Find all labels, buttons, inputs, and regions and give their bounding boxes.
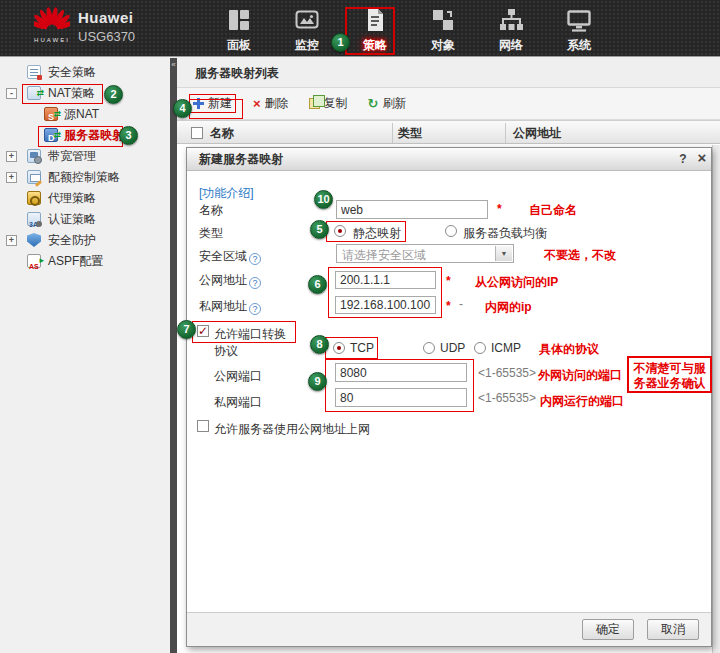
public-ip-label: 公网地址? bbox=[199, 272, 261, 289]
zone-select-placeholder: 请选择安全区域 bbox=[342, 247, 426, 264]
sidebar-item-label: 安全策略 bbox=[48, 62, 96, 83]
private-ip-label: 私网地址? bbox=[199, 298, 261, 315]
required-mark: * bbox=[497, 202, 502, 216]
column-divider[interactable] bbox=[392, 123, 393, 143]
sidebar-item-quota-control[interactable]: + 配额控制策略 bbox=[0, 167, 170, 188]
public-internet-checkbox[interactable] bbox=[197, 420, 209, 432]
type-label: 类型 bbox=[199, 225, 223, 242]
sidebar-splitter[interactable]: « bbox=[170, 58, 177, 653]
nav-label: 网络 bbox=[499, 37, 523, 54]
nav-item-network[interactable]: 网络 bbox=[477, 4, 545, 54]
nav-item-monitor[interactable]: 监控 bbox=[273, 4, 341, 54]
main-nav: 面板 监控 策略 对象 网络 系统 bbox=[205, 4, 613, 54]
sidebar-tree: 安全策略 - NAT策略 源NAT 服务器映射 + 带宽管理 + 配额控制策略 … bbox=[0, 58, 170, 653]
annotation-box-nat-policy bbox=[22, 84, 103, 104]
step-badge-9: 9 bbox=[308, 372, 327, 391]
nav-item-object[interactable]: 对象 bbox=[409, 4, 477, 54]
huawei-logo-icon: HUAWEI bbox=[34, 5, 70, 53]
zone-select[interactable]: 请选择安全区域 ▼ bbox=[336, 244, 514, 263]
column-divider[interactable] bbox=[505, 123, 506, 143]
select-all-checkbox[interactable] bbox=[191, 127, 203, 139]
collapse-expander-icon[interactable]: - bbox=[6, 88, 17, 99]
required-mark: * bbox=[446, 299, 451, 313]
copy-button[interactable]: 复制 bbox=[306, 94, 351, 113]
dialog-title: 新建服务器映射 bbox=[199, 152, 283, 166]
icmp-radio[interactable] bbox=[474, 342, 486, 354]
sidebar-item-security-protection[interactable]: + 安全防护 bbox=[0, 230, 170, 251]
column-header-public-address: 公网地址 bbox=[513, 125, 561, 142]
column-header-type: 类型 bbox=[398, 125, 422, 142]
slb-radio[interactable] bbox=[445, 225, 457, 237]
delete-button-label: 删除 bbox=[265, 95, 289, 112]
sidebar-item-proxy-policy[interactable]: 代理策略 bbox=[0, 188, 170, 209]
nav-label: 系统 bbox=[567, 37, 591, 54]
dialog-body: [功能介绍] 名称 * 自己命名 10 类型 静态映射 服务器负载均衡 5 安全… bbox=[187, 171, 711, 613]
nav-label: 面板 bbox=[227, 37, 251, 54]
sidebar-item-source-nat[interactable]: 源NAT bbox=[0, 104, 170, 125]
step-badge-8: 8 bbox=[310, 335, 329, 354]
network-icon bbox=[498, 7, 524, 36]
public-port-label: 公网端口 bbox=[214, 368, 262, 385]
ok-button[interactable]: 确定 bbox=[582, 619, 634, 640]
step-badge-7: 7 bbox=[177, 320, 196, 339]
icmp-label: ICMP bbox=[491, 341, 521, 355]
sidebar-item-label: 源NAT bbox=[64, 104, 99, 125]
new-server-mapping-dialog: 新建服务器映射 ? × [功能介绍] 名称 * 自己命名 10 类型 静态映射 … bbox=[186, 147, 712, 647]
public-port-range-hint: <1-65535> bbox=[478, 366, 536, 380]
name-input[interactable] bbox=[336, 200, 488, 219]
dialog-footer: 确定 取消 bbox=[187, 612, 711, 646]
sidebar-item-label: 带宽管理 bbox=[48, 146, 96, 167]
dialog-help-icon[interactable]: ? bbox=[675, 148, 691, 170]
refresh-button[interactable]: ↻ 刷新 bbox=[365, 94, 410, 113]
sidebar-item-label: 配额控制策略 bbox=[48, 167, 120, 188]
sidebar-item-aspf-config[interactable]: ASPF配置 bbox=[0, 251, 170, 272]
collapse-expander-icon[interactable]: + bbox=[6, 172, 17, 183]
collapse-sidebar-icon[interactable]: « bbox=[170, 60, 177, 69]
private-port-range-hint: <1-65535> bbox=[478, 391, 536, 405]
udp-radio[interactable] bbox=[423, 342, 435, 354]
collapse-expander-icon[interactable]: + bbox=[6, 235, 17, 246]
sidebar-item-bandwidth[interactable]: + 带宽管理 bbox=[0, 146, 170, 167]
top-bar: HUAWEI Huawei USG6370 面板 监控 策略 对象 bbox=[0, 0, 720, 57]
annotation-protocol: 具体的协议 bbox=[539, 341, 599, 358]
brand-model: USG6370 bbox=[78, 29, 135, 44]
nav-item-system[interactable]: 系统 bbox=[545, 4, 613, 54]
annotation-box-static-mapping bbox=[326, 221, 406, 242]
annotation-confirm-note: 不清楚可与服 务器业务确认 bbox=[627, 356, 712, 393]
annotation-box-ip-fields bbox=[328, 267, 442, 318]
nav-label: 监控 bbox=[295, 37, 319, 54]
zone-label: 安全区域? bbox=[199, 248, 261, 265]
annotation-name: 自己命名 bbox=[529, 202, 577, 219]
aspf-config-icon bbox=[27, 254, 41, 275]
sidebar-item-auth-policy[interactable]: 认证策略 bbox=[0, 209, 170, 230]
close-icon[interactable]: × bbox=[694, 147, 710, 169]
brand-name: Huawei bbox=[78, 9, 135, 26]
vertical-scrollbar[interactable] bbox=[712, 145, 720, 653]
protocol-label: 协议 bbox=[214, 343, 238, 360]
sidebar-item-security-policy[interactable]: 安全策略 bbox=[0, 62, 170, 83]
annotation-public-port: 外网访问的端口 bbox=[538, 367, 622, 384]
step-badge-1: 1 bbox=[331, 33, 350, 52]
feature-intro-link[interactable]: [功能介绍] bbox=[199, 185, 254, 202]
step-badge-10: 10 bbox=[314, 190, 333, 209]
help-icon[interactable]: ? bbox=[249, 253, 261, 265]
annotation-box-server-mapping bbox=[38, 126, 123, 147]
step-badge-5: 5 bbox=[310, 220, 329, 239]
slb-label: 服务器负载均衡 bbox=[463, 225, 547, 242]
refresh-button-label: 刷新 bbox=[383, 95, 407, 112]
chevron-down-icon[interactable]: ▼ bbox=[495, 246, 512, 261]
delete-button[interactable]: × 删除 bbox=[250, 94, 292, 113]
collapse-expander-icon[interactable]: + bbox=[6, 151, 17, 162]
column-header-name: 名称 bbox=[210, 125, 234, 142]
sidebar-item-label: 安全防护 bbox=[48, 230, 96, 251]
help-icon[interactable]: ? bbox=[249, 277, 261, 289]
step-badge-2: 2 bbox=[104, 85, 123, 104]
annotation-box-port-fields bbox=[325, 359, 474, 412]
help-icon[interactable]: ? bbox=[249, 303, 261, 315]
nav-item-dashboard[interactable]: 面板 bbox=[205, 4, 273, 54]
dialog-title-bar: 新建服务器映射 ? × bbox=[187, 148, 711, 171]
step-badge-6: 6 bbox=[308, 275, 327, 294]
system-icon bbox=[566, 7, 592, 36]
cancel-button[interactable]: 取消 bbox=[647, 619, 699, 640]
object-icon bbox=[430, 7, 456, 36]
